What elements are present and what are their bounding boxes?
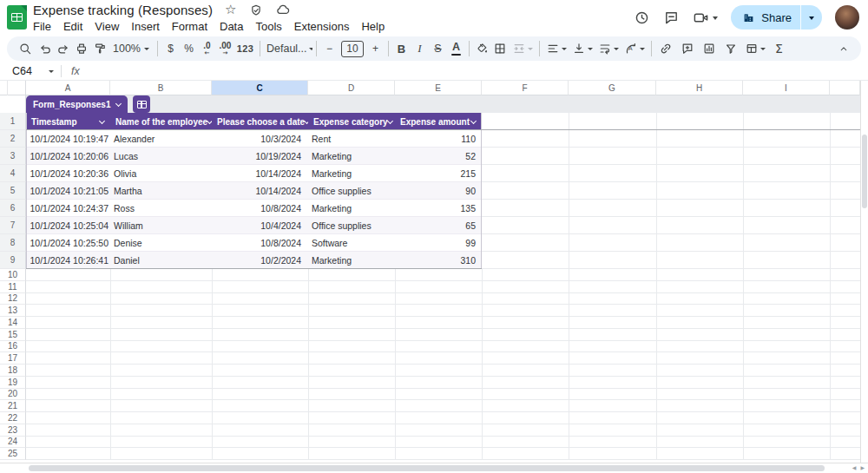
fill-color-icon[interactable] [473, 38, 491, 59]
frozen-row-divider[interactable] [26, 129, 860, 130]
functions-icon[interactable]: Σ [768, 38, 790, 59]
column-dropdown-icon[interactable] [99, 117, 105, 123]
select-all-corner[interactable] [0, 81, 26, 95]
cell-date[interactable]: 10/14/2024 [212, 165, 308, 181]
cell-category[interactable]: Rent [308, 130, 395, 147]
video-call-button[interactable] [693, 10, 718, 26]
cell-timestamp[interactable]: 10/1/2024 10:25:50 [26, 234, 110, 251]
table-header-timestamp[interactable]: Timestamp [26, 113, 110, 130]
cell-name[interactable]: William [110, 217, 212, 233]
table-header-expense-amount[interactable]: Expense amount [395, 113, 482, 130]
horizontal-scrollbar-thumb[interactable] [29, 465, 825, 471]
cell-name[interactable]: Martha [110, 182, 212, 199]
account-avatar[interactable] [835, 5, 859, 30]
column-header-A[interactable]: A [26, 81, 110, 95]
cell-name[interactable]: Denise [110, 234, 212, 251]
vertical-scrollbar[interactable] [860, 81, 868, 463]
cell-name[interactable]: Alexander [110, 130, 212, 147]
insert-chart-icon[interactable] [699, 38, 720, 59]
table-header-name-of-the-employee[interactable]: Name of the employee [110, 113, 212, 130]
cell-date[interactable]: 10/19/2024 [212, 148, 308, 164]
sheets-logo-icon[interactable] [7, 5, 27, 30]
share-dropdown[interactable] [801, 5, 822, 30]
cell-amount[interactable]: 135 [395, 200, 482, 216]
row-header-22[interactable]: 22 [0, 412, 26, 424]
row-header-8[interactable]: 8 [0, 234, 26, 252]
menu-view[interactable]: View [89, 20, 125, 33]
paint-format-icon[interactable] [90, 38, 108, 59]
comment-history-icon[interactable] [663, 10, 680, 26]
strikethrough-button[interactable]: S [429, 38, 447, 59]
decrease-font-size-button[interactable]: − [320, 38, 339, 59]
cell-amount[interactable]: 52 [395, 148, 482, 164]
row-header-25[interactable]: 25 [0, 448, 26, 460]
row-header-18[interactable]: 18 [0, 365, 26, 377]
row-header-20[interactable]: 20 [0, 389, 26, 401]
row-header-11[interactable]: 11 [0, 281, 26, 293]
font-size-input[interactable]: 10 [341, 41, 364, 57]
row-header-23[interactable]: 23 [0, 424, 26, 437]
menu-insert[interactable]: Insert [125, 20, 166, 33]
scroll-left-icon[interactable]: ◀ [852, 464, 857, 470]
document-title[interactable]: Expense tracking (Responses) [33, 3, 213, 17]
cell-date[interactable]: 10/14/2024 [212, 182, 308, 199]
scroll-right-icon[interactable]: ▶ [860, 464, 865, 470]
row-header-2[interactable]: 2 [0, 130, 26, 148]
row-header-9[interactable]: 9 [0, 252, 26, 269]
cell-amount[interactable]: 310 [395, 252, 482, 268]
cloud-status-icon[interactable] [275, 3, 290, 17]
cell-category[interactable]: Marketing [308, 252, 395, 268]
cell-timestamp[interactable]: 10/1/2024 10:24:37 [26, 200, 110, 216]
horizontal-align-icon[interactable] [543, 38, 569, 59]
column-header-C[interactable]: C [212, 81, 308, 95]
column-header-partial[interactable] [830, 81, 860, 95]
cell-category[interactable]: Software [308, 234, 395, 251]
undo-icon[interactable] [36, 38, 54, 59]
increase-font-size-button[interactable]: + [366, 38, 385, 59]
share-button[interactable]: Share [731, 5, 822, 30]
column-dropdown-icon[interactable] [470, 117, 477, 123]
increase-decimal-button[interactable]: .00→ [216, 38, 234, 59]
search-icon[interactable] [14, 38, 36, 59]
column-header-D[interactable]: D [308, 81, 395, 95]
menu-extensions[interactable]: Extensions [288, 20, 356, 33]
cell-category[interactable]: Marketing [308, 200, 395, 216]
number-format-button[interactable]: 123 [234, 38, 256, 59]
merge-cells-icon[interactable] [510, 38, 536, 59]
cell-timestamp[interactable]: 10/1/2024 10:19:47 [26, 130, 110, 147]
cell-timestamp[interactable]: 10/1/2024 10:20:36 [26, 165, 110, 181]
cell-date[interactable]: 10/8/2024 [212, 200, 308, 216]
menu-help[interactable]: Help [355, 20, 391, 33]
cell-amount[interactable]: 65 [395, 217, 482, 233]
vertical-align-icon[interactable] [569, 38, 595, 59]
column-header-G[interactable]: G [569, 81, 656, 95]
text-color-button[interactable]: A [447, 38, 465, 59]
name-box[interactable]: C64 [0, 65, 54, 77]
cell-amount[interactable]: 215 [395, 165, 482, 181]
menu-edit[interactable]: Edit [57, 20, 89, 33]
row-header-4[interactable]: 4 [0, 165, 26, 182]
video-call-caret-icon[interactable] [713, 16, 718, 23]
menu-data[interactable]: Data [214, 20, 249, 33]
cell-amount[interactable]: 90 [395, 182, 482, 199]
table-views-icon[interactable] [742, 38, 768, 59]
horizontal-scrollbar[interactable]: ◀ ▶ [0, 463, 868, 473]
italic-button[interactable]: I [411, 38, 429, 59]
row-header-16[interactable]: 16 [0, 341, 26, 353]
row-header-1[interactable]: 1 [0, 113, 26, 130]
borders-icon[interactable] [491, 38, 510, 59]
formula-input[interactable] [80, 62, 868, 80]
cell-date[interactable]: 10/8/2024 [212, 234, 308, 251]
version-history-icon[interactable] [634, 10, 650, 26]
collapse-toolbar-icon[interactable] [832, 38, 854, 59]
cell-timestamp[interactable]: 10/1/2024 10:20:06 [26, 148, 110, 164]
cell-timestamp[interactable]: 10/1/2024 10:21:05 [26, 182, 110, 199]
table-menu-button[interactable] [133, 95, 150, 113]
row-header-13[interactable]: 13 [0, 305, 26, 317]
cell-category[interactable]: Office supplies [308, 217, 395, 233]
table-name-chip[interactable]: Form_Responses1 [26, 95, 128, 113]
menu-file[interactable]: File [27, 20, 57, 33]
cell-amount[interactable]: 99 [395, 234, 482, 251]
redo-icon[interactable] [54, 38, 72, 59]
currency-format-button[interactable]: $ [161, 38, 180, 59]
